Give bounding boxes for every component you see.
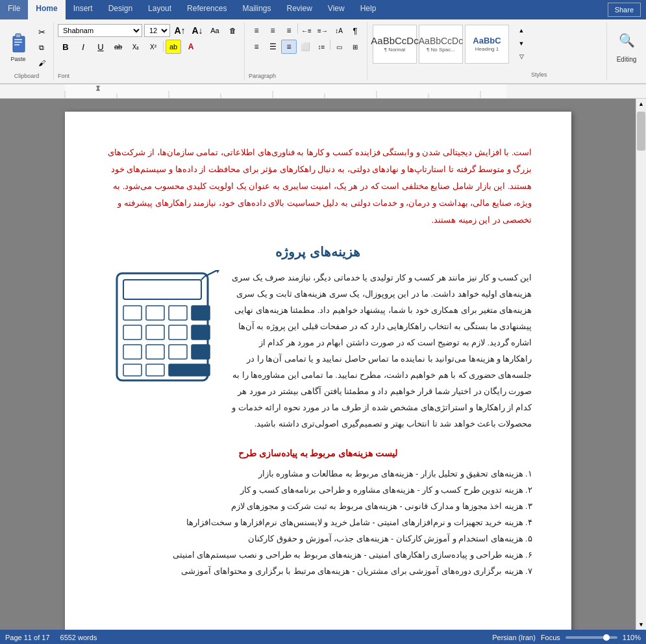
font-family-select[interactable]: Shabnam [58,24,142,37]
tab-design[interactable]: Design [101,0,140,19]
font-row2: B I U ab X₂ X² ab A [58,40,199,54]
share-button[interactable]: Share [608,3,641,17]
doc-page: است. با افزایش دیجیتالی شدن و وابستگی فز… [65,112,571,630]
underline-button[interactable]: U [93,40,108,54]
svg-rect-19 [123,280,201,299]
paste-button[interactable]: Paste [4,30,32,65]
svg-rect-2 [14,39,22,40]
word-count: 6552 words [60,634,97,641]
style-nospace-label: ¶ No Spac... [427,47,455,53]
align-left-button[interactable]: ≡ [249,40,264,54]
scroll-up-button[interactable]: ▲ [636,99,647,109]
svg-rect-30 [169,345,187,359]
superscript-button[interactable]: X² [145,40,161,54]
tab-insert[interactable]: Insert [66,0,101,19]
style-nospace-preview: AaBbCcDc [419,36,463,45]
style-heading1-label: Heading 1 [475,46,499,52]
list-item-3: ۳. هزینه اخذ مجوزها و مدارک قانونی - هزی… [104,499,532,515]
svg-rect-31 [192,345,210,359]
sort-button[interactable]: ↕A [331,23,347,38]
font-shrink-button[interactable]: A↓ [190,23,205,38]
scroll-down-button[interactable]: ▼ [636,619,647,630]
font-color-button[interactable]: A [183,40,199,54]
svg-rect-27 [192,325,210,340]
bullets-button[interactable]: ≡ [249,23,264,38]
editing-button[interactable]: 🔍 [614,27,640,53]
shading-button[interactable]: ▭ [331,40,347,54]
numbering-button[interactable]: ≡ [265,23,280,38]
strikethrough-button[interactable]: ab [110,40,126,54]
styles-scroll-up[interactable]: ▲ [514,25,529,36]
multilevel-button[interactable]: ≡ [281,23,297,38]
doc-scroll[interactable]: است. با افزایش دیجیتالی شدن و وابستگی فز… [0,99,636,630]
zoom-thumb [603,634,610,641]
style-normal[interactable]: AaBbCcDc ¶ Normal [373,25,417,64]
separator [163,42,164,52]
subscript-button[interactable]: X₂ [128,40,143,54]
zoom-level: 110% [623,634,641,641]
tab-mailings[interactable]: Mailings [234,0,279,19]
paragraph-label: Paragraph [249,71,276,79]
decrease-indent-button[interactable]: ←≡ [299,23,314,38]
bold-button[interactable]: B [58,40,73,54]
font-row1: Shabnam 12 A↑ A↓ Aa 🗑 [58,23,240,38]
scrollbar-right[interactable]: ▲ ▼ [636,99,646,630]
increase-indent-button[interactable]: ≡→ [315,23,330,38]
svg-rect-25 [146,325,164,340]
paragraph-group: ≡ ≡ ≡ ←≡ ≡→ ↕A ¶ ≡ ☰ ≡ ⬜ ↕≡ ▭ [245,22,367,80]
align-right-button[interactable]: ≡ [281,40,297,54]
svg-rect-32 [123,364,142,376]
scroll-track[interactable] [636,109,646,619]
para-row2: ≡ ☰ ≡ ⬜ ↕≡ ▭ ⊞ [249,40,363,54]
borders-button[interactable]: ⊞ [347,40,363,54]
svg-rect-1 [16,34,21,38]
styles-scroll-down[interactable]: ▼ [514,38,529,49]
separator [330,40,330,50]
tab-home[interactable]: Home [28,0,65,19]
copy-button[interactable]: ⧉ [34,40,49,55]
zoom-slider[interactable] [565,636,617,639]
list-item-7: ۷. هزینه برگزاری دوره‌های آموزشی برای مش… [104,564,532,580]
style-heading1[interactable]: AaBbC Heading 1 [465,25,509,64]
editing-label: Editing [617,56,637,63]
styles-expand[interactable]: ▽ [514,51,529,62]
page-info: Page 11 of 17 [5,634,50,641]
list-item-2: ۲. هزینه تدوین طرح کسب و کار - هزینه‌های… [104,482,532,499]
tab-references[interactable]: References [179,0,234,19]
tab-view[interactable]: View [320,0,353,19]
editing-group: 🔍 Editing [607,22,646,80]
tab-review[interactable]: Review [279,0,319,19]
cut-button[interactable]: ✂ [34,25,49,39]
show-marks-button[interactable]: ¶ [347,23,363,38]
center-button[interactable]: ☰ [265,40,280,54]
clipboard-content: Paste ✂ ⧉ 🖌 [4,23,49,71]
format-painter-button[interactable]: 🖌 [34,56,49,70]
font-size-select[interactable]: 12 [144,24,170,37]
status-right: Persian (Iran) Focus 110% [492,634,641,641]
tab-file[interactable]: File [0,0,28,19]
svg-rect-33 [146,364,164,376]
text-highlight-button[interactable]: ab [166,40,181,54]
justify-button[interactable]: ⬜ [297,40,313,54]
italic-button[interactable]: I [75,40,91,54]
font-grow-button[interactable]: A↑ [172,23,188,38]
style-normal-preview: AaBbCcDc [371,36,418,45]
ruler-svg [0,84,646,99]
intro-paragraph: است. با افزایش دیجیتالی شدن و وابستگی فز… [104,144,532,229]
svg-rect-6 [65,84,506,99]
scroll-thumb[interactable] [637,112,645,151]
svg-rect-24 [123,325,142,340]
font-label: Font [58,71,69,79]
svg-rect-22 [169,306,187,320]
svg-marker-37 [216,270,219,273]
tab-help[interactable]: Help [353,0,384,19]
line-spacing-button[interactable]: ↕≡ [314,40,329,54]
change-case-button[interactable]: Aa [207,23,223,38]
style-nospace[interactable]: AaBbCcDc ¶ No Spac... [419,25,463,64]
separator [297,23,298,34]
clear-format-button[interactable]: 🗑 [225,23,240,38]
section-body-text: این کسب و کار نیز مانند هر کسب و کار تول… [231,270,532,432]
list-heading: لیست هزینه‌های مربوط به پیاده‌سازی طرح [104,448,532,458]
svg-rect-4 [14,44,19,45]
tab-layout[interactable]: Layout [140,0,179,19]
